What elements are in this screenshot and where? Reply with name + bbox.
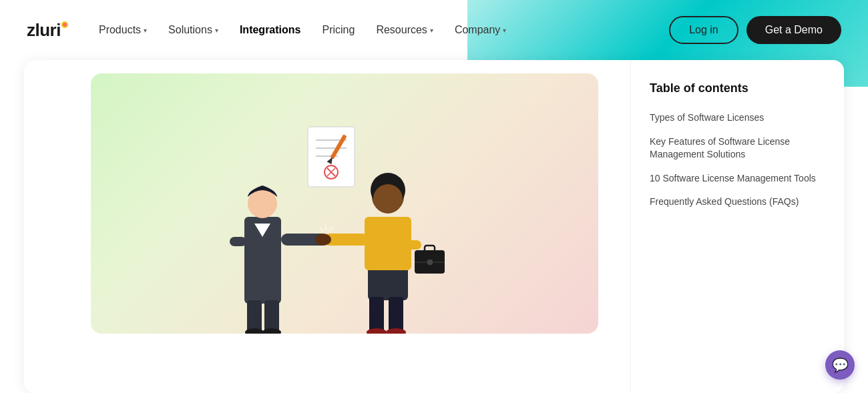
toc-item-3[interactable]: Frequently Asked Questions (FAQs) — [650, 195, 825, 209]
toc-sidebar: Table of contents Types of Software Lice… — [630, 60, 844, 393]
toc-item-2[interactable]: 10 Software License Management Tools — [650, 172, 825, 185]
chevron-down-icon: ▾ — [215, 27, 218, 34]
navbar: zluri Products ▾ Solutions ▾ Integration… — [0, 0, 868, 60]
svg-rect-29 — [427, 260, 433, 265]
svg-rect-19 — [365, 217, 411, 270]
nav-item-solutions[interactable]: Solutions ▾ — [159, 19, 228, 41]
toc-item-0[interactable]: Types of Software Licenses — [650, 111, 825, 125]
illustration — [91, 73, 598, 334]
chat-widget[interactable]: 💬 — [825, 350, 855, 380]
svg-point-24 — [315, 234, 331, 246]
chevron-down-icon: ▾ — [430, 27, 433, 34]
hero-image — [91, 73, 598, 334]
main-content: Table of contents Types of Software Lice… — [0, 60, 868, 393]
nav-item-pricing[interactable]: Pricing — [312, 19, 364, 41]
get-demo-button[interactable]: Get a Demo — [746, 16, 841, 44]
svg-line-34 — [319, 227, 323, 232]
chevron-down-icon: ▾ — [503, 27, 506, 34]
chevron-down-icon: ▾ — [144, 27, 147, 34]
nav-item-integrations[interactable]: Integrations — [230, 19, 310, 41]
nav-links: Products ▾ Solutions ▾ Integrations Pric… — [89, 19, 515, 41]
svg-rect-30 — [369, 297, 384, 334]
nav-left: zluri Products ▾ Solutions ▾ Integration… — [27, 19, 515, 41]
content-card: Table of contents Types of Software Lice… — [24, 60, 844, 393]
chat-icon: 💬 — [832, 357, 849, 373]
nav-item-products[interactable]: Products ▾ — [89, 19, 156, 41]
article-area — [24, 60, 630, 393]
nav-item-resources[interactable]: Resources ▾ — [367, 19, 442, 41]
nav-item-company[interactable]: Company ▾ — [445, 19, 515, 41]
toc-item-1[interactable]: Key Features of Software License Managem… — [650, 135, 825, 161]
logo[interactable]: zluri — [27, 20, 68, 41]
logo-text: zluri — [27, 20, 61, 41]
svg-point-22 — [373, 184, 403, 214]
svg-rect-13 — [230, 237, 246, 246]
hero-illustration-svg — [178, 93, 511, 334]
svg-line-36 — [329, 227, 333, 232]
toc-list: Types of Software Licenses Key Features … — [650, 111, 825, 209]
logo-dot — [61, 21, 68, 28]
svg-rect-25 — [405, 240, 421, 250]
nav-right: Log in Get a Demo — [669, 16, 841, 44]
login-button[interactable]: Log in — [669, 16, 738, 44]
toc-title: Table of contents — [650, 81, 825, 95]
svg-rect-31 — [389, 297, 403, 334]
